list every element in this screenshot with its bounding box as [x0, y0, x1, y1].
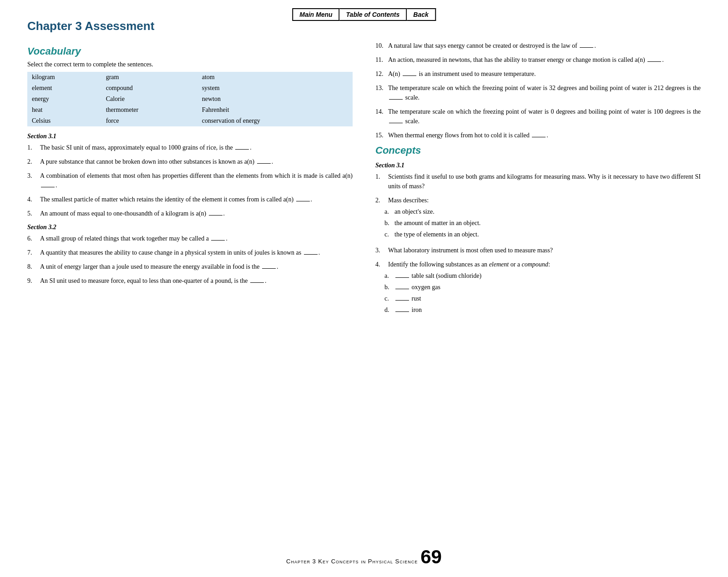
sub-list-text: the amount of matter in an object. — [394, 218, 480, 228]
blank — [389, 99, 403, 100]
sub-list-label: c. — [384, 230, 394, 239]
vocab-term: Calorie — [101, 94, 197, 105]
sub-list-label: c. — [384, 294, 394, 303]
concepts-questions: 1. Scientists find it useful to use both… — [375, 172, 701, 316]
question-number: 6. — [27, 234, 40, 243]
question-number: 1. — [375, 172, 388, 181]
vocabulary-heading: Vocabulary — [27, 45, 353, 57]
blank — [395, 289, 409, 289]
sub-list-label: a. — [384, 271, 394, 281]
list-item: 4. Identify the following substances as … — [375, 260, 701, 316]
blank — [250, 282, 264, 283]
question-text: An amount of mass equal to one-thousandt… — [40, 209, 353, 218]
blank — [304, 254, 318, 255]
concepts-section-3-1-label: Section 3.1 — [375, 162, 701, 169]
question-number: 7. — [27, 248, 40, 257]
question-number: 9. — [27, 276, 40, 286]
sub-list-item: b. oxygen gas — [384, 282, 481, 292]
sub-list-text: the type of elements in an object. — [394, 230, 479, 239]
blank — [647, 61, 661, 62]
list-item: 2. Mass describes: a. an object's size. … — [375, 196, 701, 241]
question-number: 12. — [375, 69, 388, 79]
question-number: 5. — [27, 209, 40, 218]
list-item: 1. Scientists find it useful to use both… — [375, 172, 701, 191]
blank — [211, 240, 225, 241]
list-item: 4. The smallest particle of matter which… — [27, 195, 353, 204]
sub-list: a. an object's size. b. the amount of ma… — [375, 207, 480, 241]
table-row: element compound system — [27, 83, 353, 94]
question-text: The temperature scale on which the freez… — [388, 83, 701, 102]
right-column: 10. A natural law that says energy canno… — [371, 41, 701, 550]
question-text: Identify the following substances as an … — [388, 260, 550, 269]
question-number: 10. — [375, 41, 388, 50]
question-number: 4. — [375, 260, 388, 269]
table-row: heat thermometer Fahrenheit — [27, 105, 353, 115]
blank — [532, 137, 546, 137]
vocab-term: element — [27, 83, 101, 94]
vocab-term: energy — [27, 94, 101, 105]
page-title: Chapter 3 Assessment — [27, 19, 154, 33]
question-text: An action, measured in newtons, that has… — [388, 55, 701, 65]
sub-list-text: an object's size. — [394, 207, 435, 216]
back-button[interactable]: Back — [407, 8, 435, 21]
sub-list-text: table salt (sodium chloride) — [394, 271, 481, 281]
question-text: A unit of energy larger than a joule use… — [40, 262, 353, 271]
question-number: 8. — [27, 262, 40, 271]
question-number: 13. — [375, 83, 388, 93]
vocab-term: conservation of energy — [197, 115, 353, 126]
table-row: energy Calorie newton — [27, 94, 353, 105]
vocab-term: compound — [101, 83, 197, 94]
vocab-term: heat — [27, 105, 101, 115]
table-of-contents-button[interactable]: Table of Contents — [340, 8, 407, 21]
list-item: 3. What laboratory instrument is most of… — [375, 246, 701, 255]
question-number: 2. — [375, 196, 388, 205]
question-text: A combination of elements that most ofte… — [40, 171, 353, 190]
blank — [403, 75, 416, 76]
list-item: 13. The temperature scale on which the f… — [375, 83, 701, 102]
sub-list-label: b. — [384, 282, 394, 292]
blank — [235, 149, 249, 150]
list-item: 2. A pure substance that cannot be broke… — [27, 157, 353, 166]
sub-list-label: a. — [384, 207, 394, 216]
question-number: 11. — [375, 55, 388, 65]
blank — [296, 201, 310, 201]
sub-list: a. table salt (sodium chloride) b. oxyge… — [375, 271, 481, 316]
sub-list-item: a. table salt (sodium chloride) — [384, 271, 481, 281]
page-footer: Chapter 3 Key Concepts in Physical Scien… — [0, 546, 728, 568]
vocabulary-table: kilogram gram atom element compound syst… — [27, 72, 353, 126]
section-3-1-questions: 1. The basic SI unit of mass, approximat… — [27, 143, 353, 218]
right-vocab-questions: 10. A natural law that says energy canno… — [375, 41, 701, 140]
blank — [209, 215, 222, 216]
footer-page-number: 69 — [420, 546, 442, 568]
question-text: The basic SI unit of mass, approximately… — [40, 143, 353, 152]
question-text: A pure substance that cannot be broken d… — [40, 157, 353, 166]
question-text: A(n) is an instrument used to measure te… — [388, 69, 701, 79]
list-item: 8. A unit of energy larger than a joule … — [27, 262, 353, 271]
list-item: 11. An action, measured in newtons, that… — [375, 55, 701, 65]
blank — [395, 311, 409, 312]
concepts-heading: Concepts — [375, 145, 701, 156]
sub-list-label: b. — [384, 218, 394, 228]
sub-list-text: iron — [394, 305, 422, 315]
vocab-term: atom — [197, 72, 353, 83]
vocab-term: kilogram — [27, 72, 101, 83]
vocab-instruction: Select the correct term to complete the … — [27, 61, 353, 68]
sub-list-text: oxygen gas — [394, 282, 440, 292]
section-3-2-questions: 6. A small group of related things that … — [27, 234, 353, 286]
vocab-term: system — [197, 83, 353, 94]
question-text: What laboratory instrument is most often… — [388, 246, 701, 255]
list-item: 5. An amount of mass equal to one-thousa… — [27, 209, 353, 218]
list-item: 7. A quantity that measures the ability … — [27, 248, 353, 257]
blank — [41, 187, 55, 187]
vocab-term: newton — [197, 94, 353, 105]
list-item: 15. When thermal energy flows from hot t… — [375, 130, 701, 140]
question-text: The smallest particle of matter which re… — [40, 195, 353, 204]
main-content: Vocabulary Select the correct term to co… — [27, 41, 701, 550]
main-menu-button[interactable]: Main Menu — [292, 8, 339, 21]
table-row: kilogram gram atom — [27, 72, 353, 83]
sub-list-item: b. the amount of matter in an object. — [384, 218, 480, 228]
question-number: 2. — [27, 157, 40, 166]
question-number: 3. — [27, 171, 40, 181]
vocab-term: force — [101, 115, 197, 126]
blank — [395, 277, 409, 278]
